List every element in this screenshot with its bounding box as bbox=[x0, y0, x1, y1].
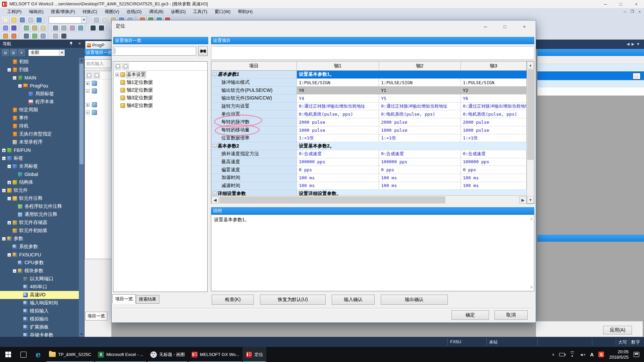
collapse-all-icon[interactable] bbox=[122, 63, 129, 69]
parameter-value[interactable]: 2000 pulse bbox=[461, 118, 527, 126]
setting-tree-item-轴3定位数据[interactable]: 轴3定位数据 bbox=[113, 94, 207, 102]
sidebar-item-模拟输入[interactable]: 模拟输入 bbox=[0, 307, 79, 315]
parameter-value[interactable]: Y1 bbox=[379, 86, 461, 95]
parameter-value[interactable]: 0:通过正转脉冲输出增加当前地址 bbox=[297, 103, 379, 111]
menu-编辑(E)[interactable]: 编辑(E) bbox=[25, 9, 47, 15]
scrollbar-thumb[interactable] bbox=[79, 64, 84, 164]
mdi-restore-button[interactable]: ❐ bbox=[629, 8, 636, 15]
pin-icon[interactable] bbox=[69, 42, 73, 46]
sidebar-item-FB/FUN[interactable]: +FB/FUN bbox=[0, 146, 79, 154]
output-confirm-button[interactable]: 输出确认 bbox=[381, 295, 448, 305]
taskbar-app-excel[interactable]: XMicrosoft Excel - ... bbox=[95, 347, 147, 362]
menu-转换(C)[interactable]: 转换(C) bbox=[79, 9, 101, 15]
sidebar-item-485串口[interactable]: 485串口 bbox=[0, 283, 79, 291]
parameter-value[interactable]: 2000 pulse bbox=[379, 118, 461, 126]
note-icon[interactable] bbox=[39, 24, 47, 32]
parameter-value[interactable]: Y0 bbox=[297, 86, 379, 95]
parameter-value[interactable]: Y5 bbox=[379, 95, 461, 103]
device-display-dev2-icon[interactable] bbox=[97, 24, 105, 32]
sidebar-item-扩展插板[interactable]: 扩展插板 bbox=[0, 323, 79, 331]
mdi-minimize-button[interactable]: ─ bbox=[621, 8, 629, 15]
tree-tool-icon[interactable] bbox=[86, 72, 92, 78]
search-button[interactable] bbox=[198, 46, 208, 56]
menu-帮助(H)[interactable]: 帮助(H) bbox=[234, 9, 256, 15]
sidebar-item-输入响应时间[interactable]: 输入响应时间 bbox=[0, 299, 79, 307]
background-tree-item[interactable]: − bbox=[85, 109, 111, 116]
input-confirm-button[interactable]: 输入确认 bbox=[332, 295, 375, 305]
sidebar-item-模块参数[interactable]: −模块参数 bbox=[0, 267, 79, 275]
parameter-name[interactable]: 加速时间 bbox=[221, 175, 240, 181]
parameter-value[interactable]: 1:PULSE/SIGN bbox=[461, 79, 527, 87]
restore-default-button[interactable]: 恢复为默认(U) bbox=[260, 295, 326, 305]
tree-expander-icon[interactable]: − bbox=[2, 157, 6, 160]
ladder-contact-icon[interactable] bbox=[1, 32, 9, 40]
check-button[interactable]: 检查(K) bbox=[212, 295, 254, 305]
watch-window-icon[interactable] bbox=[76, 24, 85, 32]
parameter-value[interactable]: 1:×1倍 bbox=[461, 134, 527, 142]
tree-expander-icon[interactable]: − bbox=[213, 73, 216, 76]
parameter-value[interactable]: 100 ms bbox=[297, 174, 379, 182]
parameter-value[interactable]: 2000 pulse bbox=[297, 118, 379, 126]
tree-tool-icon[interactable] bbox=[94, 72, 100, 78]
parameter-name[interactable]: 输出软元件(SIGN/CCW) bbox=[221, 95, 272, 101]
tree-expander-icon[interactable]: − bbox=[7, 253, 11, 257]
parameter-value[interactable]: 0:合成速度 bbox=[379, 150, 461, 158]
new-project-icon[interactable] bbox=[1, 16, 9, 24]
find-icon[interactable] bbox=[51, 24, 59, 32]
sidebar-item-局部标签[interactable]: 局部标签 bbox=[0, 90, 79, 98]
parameter-value[interactable]: 0:电机系统(pulse, pps) bbox=[461, 110, 527, 118]
parameter-value[interactable] bbox=[379, 71, 461, 79]
taskbar-app-explorer-folder[interactable]: TP_&WK_5225C bbox=[46, 347, 95, 362]
parameter-value[interactable]: 1000 pulse bbox=[379, 126, 461, 134]
search-input[interactable] bbox=[113, 47, 196, 56]
parameter-value[interactable]: 100 ms bbox=[461, 174, 527, 182]
parameter-value[interactable]: 100 ms bbox=[297, 182, 379, 190]
gear-icon[interactable]: ✳ bbox=[18, 49, 25, 56]
parameter-name[interactable]: 旋转方向设置 bbox=[221, 103, 250, 109]
parameter-value[interactable]: 0:电机系统(pulse, pps) bbox=[379, 110, 461, 118]
print-icon[interactable] bbox=[26, 16, 35, 24]
volume-muted-icon[interactable]: ◄× bbox=[580, 353, 585, 357]
background-tree-item[interactable]: − bbox=[85, 87, 111, 95]
binocular-icon[interactable] bbox=[60, 32, 68, 40]
parameter-name[interactable]: 基本参数1 bbox=[218, 71, 239, 77]
parameter-name[interactable]: 输出软元件(PULSE/CW) bbox=[221, 87, 272, 94]
close-button[interactable]: × bbox=[629, 0, 644, 8]
minimize-button[interactable]: ─ bbox=[598, 0, 613, 8]
help-icon[interactable] bbox=[35, 16, 43, 24]
parameter-value[interactable]: 100 ms bbox=[461, 182, 527, 190]
taskbar-app-gx-works3[interactable]: MELSOFT GX Wo... bbox=[188, 347, 243, 362]
setting-tree-item-轴1定位数据[interactable]: 轴1定位数据 bbox=[113, 78, 207, 86]
module-configuration-icon[interactable] bbox=[22, 32, 30, 40]
battery-icon[interactable] bbox=[559, 353, 565, 356]
task-view-button[interactable] bbox=[16, 347, 31, 362]
parameter-value[interactable]: 设置基本参数1。 bbox=[297, 71, 379, 79]
tree-filter-dropdown[interactable]: 全部 ▼ bbox=[28, 49, 65, 56]
scroll-up-icon[interactable]: ▲ bbox=[527, 61, 534, 69]
vscroll-thumb[interactable] bbox=[527, 69, 534, 160]
parameter-table-icon[interactable] bbox=[39, 32, 47, 40]
sidebar-item-模拟输出[interactable]: 模拟输出 bbox=[0, 315, 79, 323]
scroll-left-icon[interactable]: ◀ bbox=[211, 196, 219, 203]
tree-expander-icon[interactable]: − bbox=[2, 237, 6, 241]
ok-button[interactable]: 确定 bbox=[451, 310, 489, 320]
input-method-A-icon[interactable]: A bbox=[590, 352, 594, 357]
sidebar-item-标签[interactable]: −标签 bbox=[0, 154, 79, 162]
parameter-value[interactable]: Y6 bbox=[461, 95, 527, 103]
close-icon[interactable]: × bbox=[78, 41, 81, 46]
tree-expander-icon[interactable]: − bbox=[7, 165, 11, 168]
tree-expander-icon[interactable]: − bbox=[13, 76, 16, 80]
sidebar-item-恒定周期[interactable]: 恒定周期 bbox=[0, 106, 79, 114]
scroll-right-icon[interactable]: ▶ bbox=[519, 196, 527, 203]
expand-tree-icon[interactable]: ▥ bbox=[10, 49, 17, 56]
sidebar-item-软元件注释[interactable]: −软元件注释 bbox=[0, 194, 79, 202]
tree-expander-icon[interactable]: − bbox=[13, 269, 16, 273]
sidebar-item-高速I/O[interactable]: 高速I/O bbox=[0, 291, 79, 299]
sidebar-item-FX5UCPU[interactable]: −FX5UCPU bbox=[0, 251, 79, 259]
tree-expander-icon[interactable]: + bbox=[2, 148, 6, 152]
parameter-value[interactable]: 0 pps bbox=[297, 166, 379, 174]
tab-item-list[interactable]: 项目一览 bbox=[112, 294, 136, 304]
parameter-name[interactable]: 脉冲输出模式 bbox=[221, 79, 250, 85]
sogou-icon[interactable]: S bbox=[598, 352, 604, 357]
parameter-value[interactable] bbox=[379, 142, 461, 150]
